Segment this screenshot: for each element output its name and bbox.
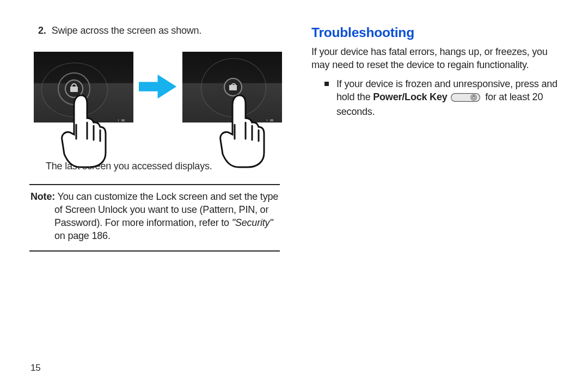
bullet-text: If your device is frozen and unresponsiv… bbox=[336, 78, 563, 118]
note-block: Note: You can customize the Lock screen … bbox=[29, 184, 280, 252]
step-text: Swipe across the screen as shown. bbox=[52, 25, 202, 36]
left-column: 2.Swipe across the screen as shown. bbox=[30, 25, 282, 252]
note-ref: "Security" bbox=[232, 217, 273, 228]
page-number: 15 bbox=[30, 363, 41, 373]
step-line: 2.Swipe across the screen as shown. bbox=[30, 25, 282, 36]
swipe-figure bbox=[34, 52, 282, 122]
two-column-layout: 2.Swipe across the screen as shown. bbox=[30, 25, 564, 252]
note-body-post: on page 186. bbox=[54, 230, 111, 241]
lockscreen-after bbox=[182, 52, 282, 122]
lockscreen-before bbox=[34, 52, 133, 122]
note-text: Note: You can customize the Lock screen … bbox=[30, 191, 279, 243]
note-label: Note: bbox=[30, 191, 55, 202]
arrow-right-icon bbox=[139, 75, 176, 100]
pointing-hand-icon bbox=[217, 92, 270, 168]
section-intro: If your device has fatal errors, hangs u… bbox=[311, 46, 563, 71]
square-bullet-icon bbox=[324, 82, 329, 86]
lock-open-icon bbox=[229, 82, 237, 90]
pointing-hand-icon bbox=[59, 92, 111, 168]
svg-rect-0 bbox=[451, 94, 480, 102]
bullet-item: If your device is frozen and unresponsiv… bbox=[324, 78, 563, 118]
manual-page: 2.Swipe across the screen as shown. bbox=[0, 0, 588, 392]
power-lock-key-icon bbox=[451, 93, 480, 106]
lock-closed-icon bbox=[70, 83, 78, 92]
step-number: 2. bbox=[38, 25, 46, 36]
right-column: Troubleshooting If your device has fatal… bbox=[311, 25, 563, 252]
section-heading: Troubleshooting bbox=[311, 25, 563, 40]
power-lock-key-label: Power/Lock Key bbox=[373, 91, 447, 102]
